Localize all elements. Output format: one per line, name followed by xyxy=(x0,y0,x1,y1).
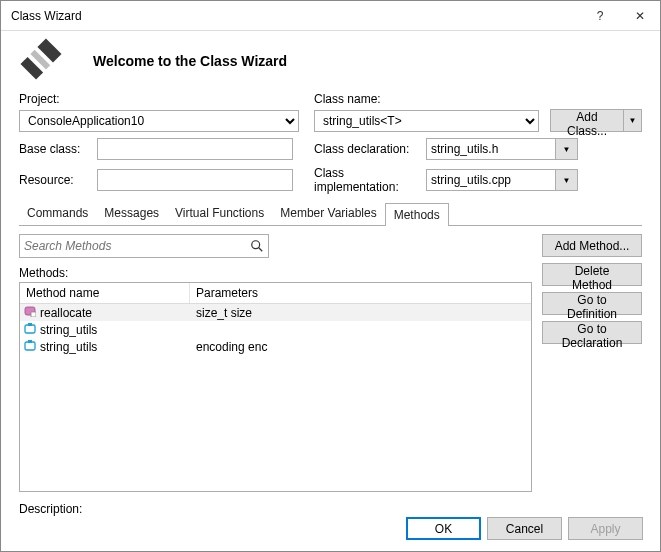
help-icon: ? xyxy=(597,9,604,23)
ok-button[interactable]: OK xyxy=(406,517,481,540)
classimpl-dropdown[interactable]: ▼ xyxy=(556,169,578,191)
header: Welcome to the Class Wizard xyxy=(1,31,660,92)
method-params: size_t size xyxy=(190,306,531,320)
baseclass-label: Base class: xyxy=(19,142,97,156)
method-icon xyxy=(24,305,36,320)
methods-label: Methods: xyxy=(19,266,532,280)
window-title: Class Wizard xyxy=(11,9,580,23)
method-icon xyxy=(24,322,36,337)
classdecl-label: Class declaration: xyxy=(314,142,426,156)
wizard-logo-icon xyxy=(19,37,63,84)
method-icon xyxy=(24,339,36,354)
chevron-down-icon: ▼ xyxy=(629,116,637,125)
tab-virtual-functions[interactable]: Virtual Functions xyxy=(167,202,272,225)
search-input[interactable] xyxy=(20,235,246,257)
description-label: Description: xyxy=(19,502,82,516)
goto-declaration-button[interactable]: Go to Declaration xyxy=(542,321,642,344)
svg-line-4 xyxy=(259,248,263,252)
svg-rect-8 xyxy=(28,323,32,326)
classimpl-label: Class implementation: xyxy=(314,166,426,194)
tab-strip: CommandsMessagesVirtual FunctionsMember … xyxy=(19,202,642,226)
tab-commands[interactable]: Commands xyxy=(19,202,96,225)
table-header: Method name Parameters xyxy=(20,283,531,304)
resource-label: Resource: xyxy=(19,173,97,187)
project-combo[interactable]: ConsoleApplication10 xyxy=(19,110,299,132)
method-name: string_utils xyxy=(40,340,97,354)
chevron-down-icon: ▼ xyxy=(563,145,571,154)
page-title: Welcome to the Class Wizard xyxy=(93,53,287,69)
cancel-button[interactable]: Cancel xyxy=(487,517,562,540)
close-icon: ✕ xyxy=(635,9,645,23)
classimpl-field[interactable] xyxy=(426,169,556,191)
add-class-splitbutton[interactable]: Add Class... ▼ xyxy=(550,109,642,132)
classdecl-field[interactable] xyxy=(426,138,556,160)
svg-rect-6 xyxy=(31,312,36,317)
table-row[interactable]: string_utilsencoding enc xyxy=(20,338,531,355)
project-label: Project: xyxy=(19,92,314,106)
apply-button[interactable]: Apply xyxy=(568,517,643,540)
chevron-down-icon: ▼ xyxy=(563,176,571,185)
methods-table[interactable]: Method name Parameters reallocatesize_t … xyxy=(19,282,532,492)
baseclass-field[interactable] xyxy=(97,138,293,160)
footer: OK Cancel Apply xyxy=(406,517,643,540)
col-method-name[interactable]: Method name xyxy=(20,283,190,303)
add-method-button[interactable]: Add Method... xyxy=(542,234,642,257)
method-params: encoding enc xyxy=(190,340,531,354)
svg-rect-10 xyxy=(28,340,32,343)
svg-point-3 xyxy=(252,241,260,249)
tab-methods[interactable]: Methods xyxy=(385,203,449,226)
help-button[interactable]: ? xyxy=(580,1,620,31)
tab-messages[interactable]: Messages xyxy=(96,202,167,225)
table-row[interactable]: reallocatesize_t size xyxy=(20,304,531,321)
titlebar: Class Wizard ? ✕ xyxy=(1,1,660,31)
method-name: reallocate xyxy=(40,306,92,320)
classdecl-dropdown[interactable]: ▼ xyxy=(556,138,578,160)
search-box[interactable] xyxy=(19,234,269,258)
table-row[interactable]: string_utils xyxy=(20,321,531,338)
classname-label: Class name: xyxy=(314,92,642,106)
goto-definition-button[interactable]: Go to Definition xyxy=(542,292,642,315)
content: Project: Class name: ConsoleApplication1… xyxy=(1,92,660,524)
search-icon[interactable] xyxy=(246,239,268,253)
col-parameters[interactable]: Parameters xyxy=(190,283,531,303)
resource-field[interactable] xyxy=(97,169,293,191)
tab-member-variables[interactable]: Member Variables xyxy=(272,202,384,225)
delete-method-button[interactable]: Delete Method xyxy=(542,263,642,286)
method-name: string_utils xyxy=(40,323,97,337)
add-class-dropdown[interactable]: ▼ xyxy=(624,109,642,132)
svg-rect-9 xyxy=(25,342,35,350)
svg-rect-7 xyxy=(25,325,35,333)
classname-combo[interactable]: string_utils<T> xyxy=(314,110,539,132)
add-class-button[interactable]: Add Class... xyxy=(550,109,624,132)
close-button[interactable]: ✕ xyxy=(620,1,660,31)
